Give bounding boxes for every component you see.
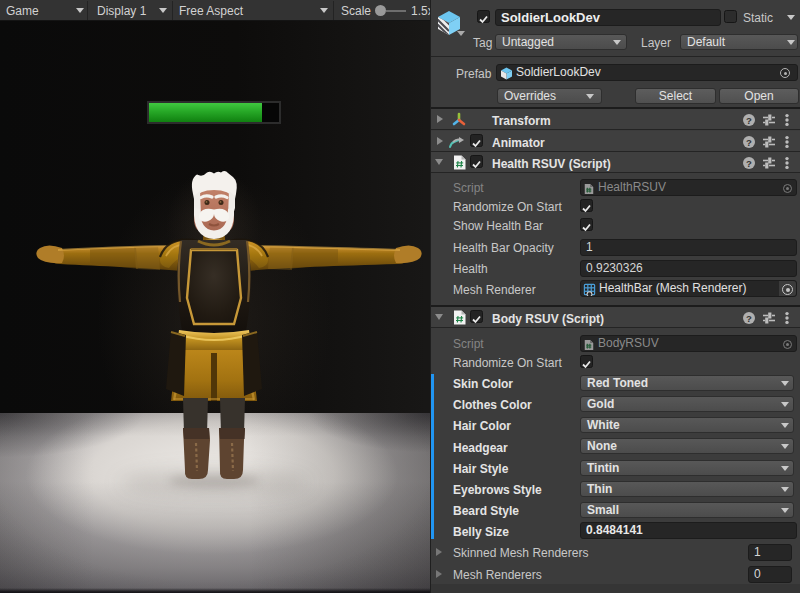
- svg-text:?: ?: [746, 137, 752, 148]
- svg-text:?: ?: [746, 158, 752, 169]
- svg-text:?: ?: [746, 115, 752, 126]
- svg-text:?: ?: [746, 313, 752, 324]
